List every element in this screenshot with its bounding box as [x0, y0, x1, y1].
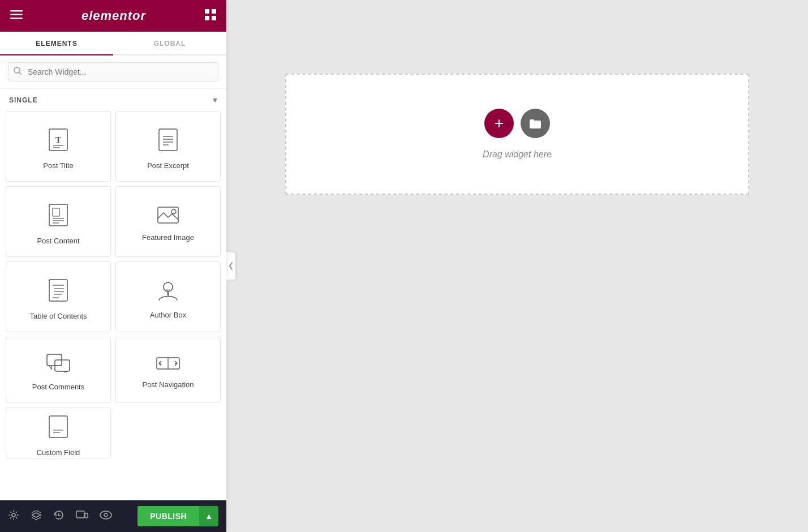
svg-rect-2 [10, 18, 23, 19]
publish-arrow-button[interactable]: ▲ [199, 506, 218, 526]
drop-buttons: + [484, 109, 550, 138]
search-input[interactable] [8, 62, 218, 81]
widget-post-title[interactable]: T Post Title [6, 111, 111, 182]
grid-icon[interactable] [205, 9, 216, 23]
post-navigation-icon [156, 355, 180, 374]
search-icon [14, 67, 22, 77]
post-comments-icon [46, 353, 71, 376]
widget-custom-field-label: Custom Field [37, 448, 80, 457]
widget-featured-image[interactable]: Featured Image [115, 186, 221, 257]
table-of-contents-icon [48, 278, 69, 305]
svg-line-33 [168, 289, 169, 296]
tab-elements[interactable]: ELEMENTS [0, 32, 113, 54]
svg-text:T: T [55, 135, 61, 144]
bottom-bar: PUBLISH ▲ [0, 500, 226, 532]
svg-rect-13 [159, 129, 177, 151]
svg-rect-1 [10, 14, 23, 16]
svg-rect-5 [205, 16, 209, 20]
widgets-area: T Post Title [0, 111, 226, 500]
widget-post-comments-label: Post Comments [32, 383, 84, 391]
responsive-icon[interactable] [76, 510, 88, 523]
svg-rect-4 [212, 9, 216, 14]
sidebar-tabs: ELEMENTS GLOBAL [0, 32, 226, 55]
widgets-grid: T Post Title [6, 111, 221, 458]
post-title-icon: T [48, 127, 69, 155]
canvas-top-bar [226, 17, 808, 74]
svg-point-24 [171, 209, 176, 214]
publish-wrap: PUBLISH ▲ [137, 506, 218, 526]
widget-table-of-contents[interactable]: Table of Contents [6, 261, 111, 332]
section-title: SINGLE [9, 96, 38, 104]
svg-rect-38 [49, 416, 67, 437]
svg-rect-44 [76, 511, 84, 518]
post-content-icon [48, 203, 69, 230]
svg-rect-3 [205, 9, 209, 14]
bottom-icons [8, 509, 112, 524]
sidebar-header: elementor [0, 0, 226, 32]
app-logo: elementor [81, 8, 146, 23]
settings-icon[interactable] [8, 509, 19, 524]
add-template-button[interactable] [521, 109, 550, 138]
collapse-sidebar-handle[interactable] [226, 252, 235, 280]
widget-post-content-label: Post Content [37, 237, 79, 245]
layers-icon[interactable] [31, 509, 42, 524]
preview-icon[interactable] [100, 510, 112, 522]
widget-featured-image-label: Featured Image [142, 233, 194, 242]
svg-point-31 [164, 282, 173, 291]
svg-rect-0 [10, 10, 23, 12]
svg-line-8 [19, 72, 22, 75]
main-canvas: + Drag widget here [226, 0, 808, 532]
widget-post-navigation[interactable]: Post Navigation [115, 337, 221, 403]
widget-post-excerpt[interactable]: Post Excerpt [115, 111, 221, 182]
publish-button[interactable]: PUBLISH [137, 506, 199, 526]
history-icon[interactable] [53, 509, 65, 524]
drop-zone-wrapper: + Drag widget here [285, 74, 749, 195]
author-box-icon [157, 279, 179, 304]
featured-image-icon [157, 206, 179, 226]
post-excerpt-icon [157, 127, 179, 155]
svg-point-46 [100, 511, 111, 519]
tab-global[interactable]: GLOBAL [113, 32, 226, 54]
widget-post-excerpt-label: Post Excerpt [147, 161, 189, 170]
drop-zone: + Drag widget here [285, 74, 749, 195]
widget-custom-field[interactable]: Custom Field [6, 407, 111, 458]
widget-post-navigation-label: Post Navigation [142, 380, 194, 389]
add-widget-button[interactable]: + [484, 109, 514, 138]
sidebar: elementor ELEMENTS GLOBAL S [0, 0, 226, 532]
drag-widget-label: Drag widget here [483, 149, 552, 160]
svg-rect-19 [53, 208, 59, 216]
section-header: SINGLE ▾ [0, 89, 226, 111]
widget-author-box[interactable]: Author Box [115, 261, 221, 332]
svg-rect-6 [212, 16, 216, 20]
chevron-down-icon[interactable]: ▾ [213, 95, 217, 105]
search-bar [0, 55, 226, 89]
svg-point-47 [104, 513, 108, 517]
svg-point-41 [12, 513, 15, 517]
widget-author-box-label: Author Box [150, 311, 186, 319]
widget-post-comments[interactable]: Post Comments [6, 337, 111, 403]
svg-rect-45 [85, 513, 88, 518]
hamburger-icon[interactable] [10, 10, 23, 22]
widget-post-title-label: Post Title [43, 161, 73, 170]
widget-post-content[interactable]: Post Content [6, 186, 111, 257]
svg-rect-18 [49, 204, 67, 226]
custom-field-icon [48, 414, 69, 441]
widget-table-of-contents-label: Table of Contents [29, 312, 87, 320]
